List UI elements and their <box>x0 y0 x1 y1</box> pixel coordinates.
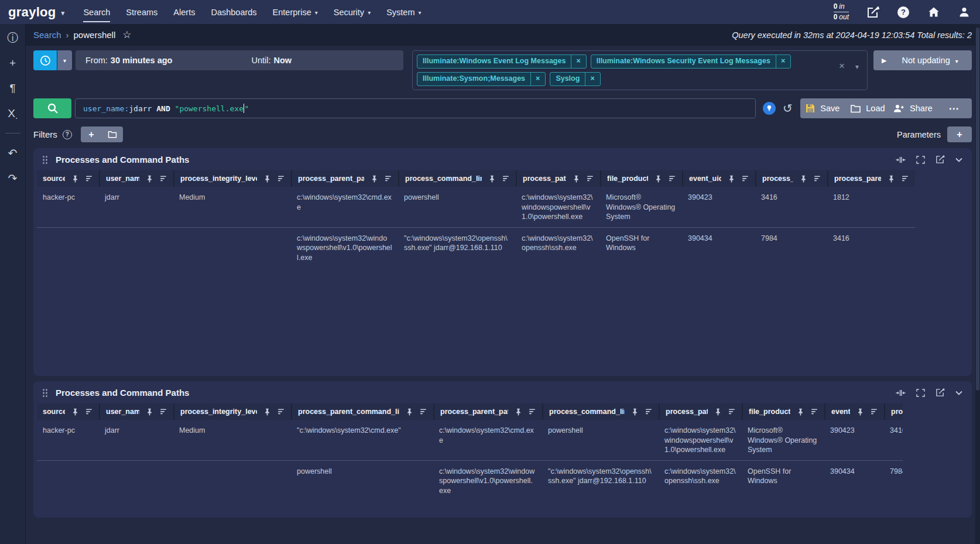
home-icon[interactable] <box>927 6 940 19</box>
pin-icon[interactable] <box>489 175 495 183</box>
column-header-source[interactable]: source <box>37 403 99 420</box>
sort-icon[interactable] <box>420 409 427 415</box>
filter-library-button[interactable] <box>102 126 123 142</box>
pin-icon[interactable] <box>800 175 807 183</box>
column-header-process_integrity_level[interactable]: process_integrity_level <box>173 403 291 420</box>
sort-icon[interactable] <box>669 176 676 182</box>
pin-icon[interactable] <box>264 175 270 183</box>
sort-icon[interactable] <box>86 176 93 182</box>
fullscreen-icon[interactable] <box>916 389 925 397</box>
nav-item-search[interactable]: Search <box>83 8 110 17</box>
sidebar-info-button[interactable]: ⓘ <box>5 31 21 45</box>
sort-icon[interactable] <box>385 176 392 182</box>
column-header-user_name[interactable]: user_name <box>99 170 173 187</box>
column-header-event_uid[interactable]: event_uid <box>682 170 755 187</box>
sort-icon[interactable] <box>587 176 594 182</box>
remove-stream-icon[interactable]: × <box>585 73 599 85</box>
drag-handle-icon[interactable] <box>42 155 48 164</box>
table-row[interactable]: hacker-pcjdarrMediumc:\windows\system32\… <box>37 187 915 227</box>
column-header-process_path[interactable]: process_path <box>659 403 742 420</box>
save-button[interactable]: Save <box>800 98 845 118</box>
column-header-event_uid[interactable]: event_uid <box>824 403 884 420</box>
column-header-process_command_line[interactable]: process_command_line <box>398 170 516 187</box>
pin-icon[interactable] <box>573 175 580 183</box>
nav-item-alerts[interactable]: Alerts <box>173 8 195 17</box>
load-button[interactable]: Load <box>845 98 890 118</box>
sort-icon[interactable] <box>811 409 818 415</box>
column-header-process_integrity_level[interactable]: process_integrity_level <box>173 170 291 187</box>
nav-item-dashboards[interactable]: Dashboards <box>211 8 256 17</box>
stream-chip[interactable]: Illuminate:Windows Security Event Log Me… <box>591 54 791 69</box>
pin-icon[interactable] <box>632 408 638 416</box>
pin-icon[interactable] <box>715 408 721 416</box>
column-header-process_id[interactable]: process_id <box>755 170 827 187</box>
stream-chip[interactable]: Illuminate:Windows Event Log Messages× <box>417 54 587 69</box>
search-history-icon[interactable]: ↺ <box>783 102 793 114</box>
sort-icon[interactable] <box>86 409 93 415</box>
query-help-button[interactable] <box>763 102 776 115</box>
column-header-process_parent_path[interactable]: process_parent_path <box>291 170 398 187</box>
compose-edit-icon[interactable] <box>866 6 879 19</box>
chevron-down-icon[interactable] <box>955 391 962 395</box>
pin-icon[interactable] <box>264 408 270 416</box>
sort-icon[interactable] <box>814 176 821 182</box>
edit-widget-icon[interactable] <box>936 388 945 397</box>
pin-icon[interactable] <box>728 175 735 183</box>
pin-icon[interactable] <box>797 408 804 416</box>
nav-item-enterprise[interactable]: Enterprise▾ <box>273 8 318 17</box>
sort-icon[interactable] <box>160 176 167 182</box>
graylog-logo[interactable]: graylog ▾ <box>8 5 64 20</box>
clear-streams-icon[interactable]: × <box>839 61 845 71</box>
sort-icon[interactable] <box>278 409 285 415</box>
sidebar-redo-button[interactable]: ↷ <box>5 171 21 185</box>
chevron-down-icon[interactable] <box>955 158 962 162</box>
pin-icon[interactable] <box>146 408 153 416</box>
user-icon[interactable] <box>958 6 971 19</box>
column-header-process_path[interactable]: process_path <box>516 170 600 187</box>
edit-widget-icon[interactable] <box>936 155 945 164</box>
stream-filter-box[interactable]: Illuminate:Windows Event Log Messages×Il… <box>412 50 868 90</box>
pin-icon[interactable] <box>857 408 864 416</box>
table-row[interactable]: powershellc:\windows\system32\windowspow… <box>37 460 903 501</box>
sort-icon[interactable] <box>160 409 167 415</box>
drag-handle-icon[interactable] <box>42 388 48 397</box>
pin-icon[interactable] <box>72 408 78 416</box>
nav-item-security[interactable]: Security▾ <box>334 8 371 17</box>
table-row[interactable]: c:\windows\system32\windowspowershell\v1… <box>37 227 915 268</box>
add-filter-button[interactable]: + <box>81 126 102 142</box>
sort-icon[interactable] <box>871 409 878 415</box>
nav-item-system[interactable]: System▾ <box>386 8 421 17</box>
column-header-process_id[interactable]: process_id <box>884 403 903 420</box>
search-query-input[interactable]: user_name:jdarr AND "powershell.exe" <box>75 98 756 118</box>
column-header-process_command_line[interactable]: process_command_line <box>542 403 659 420</box>
sidebar-create-button[interactable]: + <box>5 56 21 70</box>
sidebar-undo-button[interactable]: ↶ <box>5 146 21 160</box>
sort-icon[interactable] <box>902 176 909 182</box>
refresh-control-button[interactable]: ▶ Not updating ▾ <box>873 50 972 70</box>
sort-icon[interactable] <box>278 176 285 182</box>
favorite-star-icon[interactable]: ☆ <box>122 29 131 41</box>
add-parameter-button[interactable]: + <box>947 126 972 142</box>
breadcrumb-search-link[interactable]: Search <box>33 30 61 40</box>
sort-icon[interactable] <box>503 176 510 182</box>
timerange-caret-button[interactable]: ▾ <box>57 50 72 70</box>
pin-icon[interactable] <box>888 175 895 183</box>
sort-icon[interactable] <box>646 409 653 415</box>
sort-icon[interactable] <box>742 176 749 182</box>
timerange-clock-button[interactable] <box>33 50 57 70</box>
column-header-process_parent_command_line[interactable]: process_parent_command_line <box>291 403 433 420</box>
stream-chip[interactable]: Illuminate:Sysmon;Messages× <box>417 72 546 86</box>
pin-icon[interactable] <box>515 408 522 416</box>
filters-help-icon[interactable]: ? <box>63 130 72 139</box>
nav-item-streams[interactable]: Streams <box>126 8 157 17</box>
sidebar-formatting-button[interactable]: ¶ <box>5 81 21 95</box>
help-icon[interactable]: ? <box>897 6 910 19</box>
remove-stream-icon[interactable]: × <box>571 55 585 68</box>
pin-icon[interactable] <box>146 175 153 183</box>
column-header-file_product[interactable]: file_product <box>600 170 682 187</box>
focus-columns-icon[interactable] <box>896 156 906 164</box>
focus-columns-icon[interactable] <box>896 389 906 397</box>
remove-stream-icon[interactable]: × <box>776 55 790 68</box>
table-row[interactable]: hacker-pcjdarrMedium"c:\windows\system32… <box>37 420 903 460</box>
sort-icon[interactable] <box>529 409 536 415</box>
